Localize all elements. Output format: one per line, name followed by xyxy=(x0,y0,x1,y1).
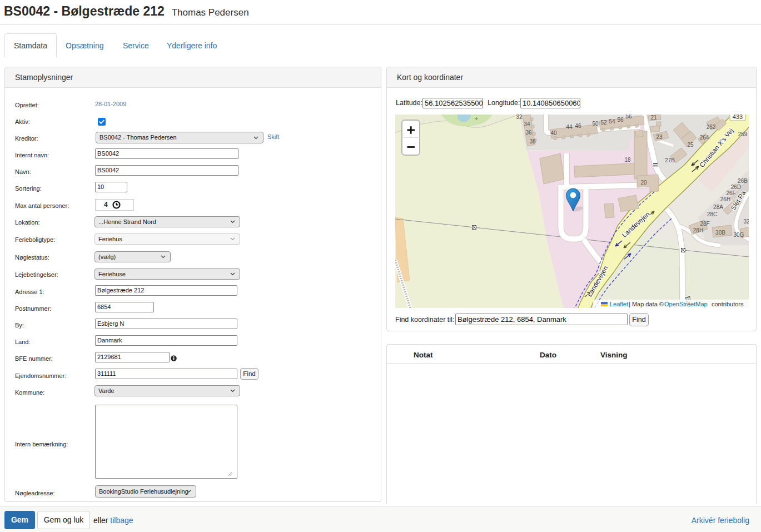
svg-text:264: 264 xyxy=(700,135,709,141)
svg-text:262: 262 xyxy=(707,124,716,130)
svg-text:28F: 28F xyxy=(700,221,709,227)
svg-text:contributors: contributors xyxy=(712,301,744,307)
svg-text:| Map data ©: | Map data © xyxy=(629,301,664,307)
svg-text:25: 25 xyxy=(687,142,694,148)
svg-text:28H: 28H xyxy=(693,227,703,233)
svg-text:32: 32 xyxy=(743,218,749,225)
svg-text:56: 56 xyxy=(625,115,632,120)
svg-text:27B: 27B xyxy=(665,157,675,163)
svg-text:32: 32 xyxy=(516,115,523,120)
svg-text:28A: 28A xyxy=(713,204,723,210)
svg-text:OpenStreetMap: OpenStreetMap xyxy=(664,301,708,307)
svg-text:54: 54 xyxy=(609,118,615,125)
svg-text:18: 18 xyxy=(624,157,631,163)
svg-text:30G: 30G xyxy=(734,232,744,238)
svg-text:44: 44 xyxy=(566,124,573,130)
svg-text:52: 52 xyxy=(600,120,607,126)
svg-text:30B: 30B xyxy=(715,230,725,236)
svg-text:23: 23 xyxy=(656,134,663,140)
svg-text:36: 36 xyxy=(525,130,532,136)
svg-text:26F: 26F xyxy=(726,190,735,196)
svg-text:50: 50 xyxy=(592,121,599,127)
svg-text:26H: 26H xyxy=(720,196,730,202)
svg-text:28C: 28C xyxy=(707,211,717,217)
svg-text:40: 40 xyxy=(550,130,557,136)
svg-text:20: 20 xyxy=(640,180,647,186)
svg-text:259: 259 xyxy=(738,131,748,137)
svg-text:56: 56 xyxy=(617,117,624,123)
svg-text:34: 34 xyxy=(524,121,530,127)
svg-text:433: 433 xyxy=(733,115,743,120)
svg-text:21: 21 xyxy=(650,115,657,121)
svg-text:46: 46 xyxy=(575,123,581,129)
svg-text:26D: 26D xyxy=(731,184,741,190)
svg-text:26B: 26B xyxy=(738,178,748,184)
svg-text:38: 38 xyxy=(529,138,536,145)
svg-text:Leaflet: Leaflet xyxy=(610,301,628,307)
